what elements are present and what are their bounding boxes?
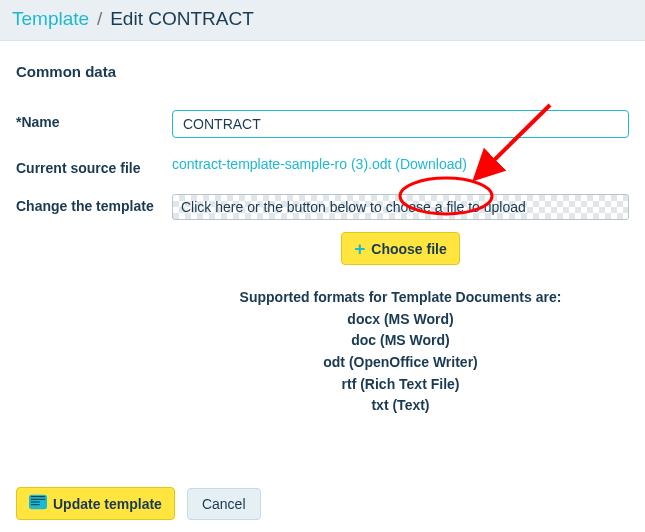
choose-file-button[interactable]: + Choose file [341, 232, 460, 265]
supported-intro: Supported formats for Template Documents… [172, 287, 629, 309]
breadcrumb-root-link[interactable]: Template [12, 8, 89, 29]
plus-icon: + [354, 239, 365, 258]
footer-actions: Update template Cancel [16, 487, 261, 520]
choose-file-label: Choose file [371, 241, 446, 257]
supported-format-4: rtf (Rich Text File) [172, 374, 629, 396]
supported-formats: Supported formats for Template Documents… [172, 287, 629, 417]
supported-format-5: txt (Text) [172, 395, 629, 417]
name-input[interactable] [172, 110, 629, 138]
row-change-template: Change the template Click here or the bu… [16, 194, 629, 417]
download-link[interactable]: (Download) [395, 156, 467, 172]
row-current-file: Current source file contract-template-sa… [16, 156, 629, 176]
breadcrumb: Template / Edit CONTRACT [0, 0, 645, 41]
supported-format-2: doc (MS Word) [172, 330, 629, 352]
update-template-label: Update template [53, 496, 162, 512]
update-template-button[interactable]: Update template [16, 487, 175, 520]
row-name: *Name [16, 110, 629, 138]
supported-format-1: docx (MS Word) [172, 309, 629, 331]
breadcrumb-current: Edit CONTRACT [110, 8, 254, 29]
form-content: Common data *Name Current source file co… [0, 41, 645, 451]
current-file-name-link[interactable]: contract-template-sample-ro (3).odt [172, 156, 391, 172]
section-title: Common data [16, 63, 629, 80]
current-file-label: Current source file [16, 156, 172, 176]
supported-format-3: odt (OpenOffice Writer) [172, 352, 629, 374]
name-label: *Name [16, 110, 172, 130]
update-icon [29, 494, 47, 513]
breadcrumb-sep: / [93, 8, 106, 29]
cancel-button[interactable]: Cancel [187, 488, 261, 520]
change-template-label: Change the template [16, 194, 172, 214]
upload-dropzone[interactable]: Click here or the button below to choose… [172, 194, 629, 220]
